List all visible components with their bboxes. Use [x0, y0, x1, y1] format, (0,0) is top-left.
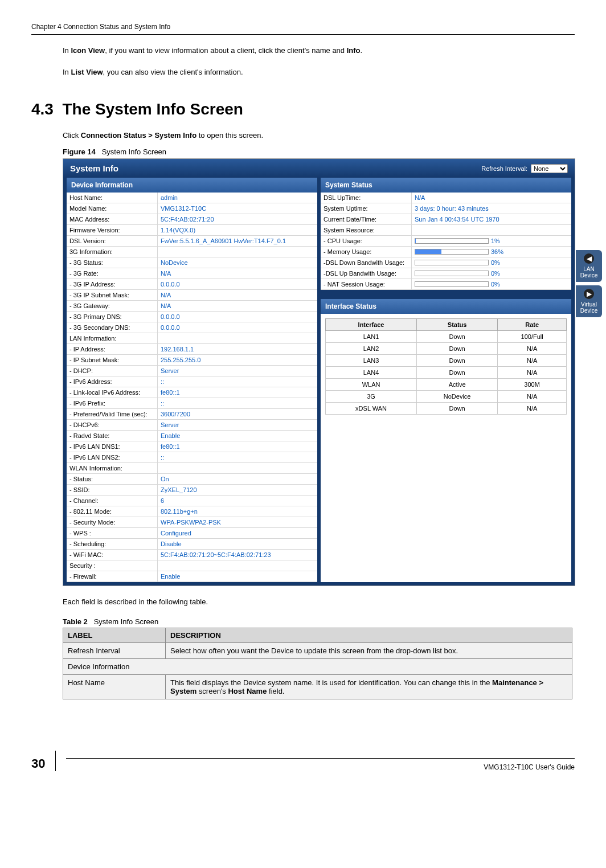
table-cell: N/A	[498, 391, 567, 403]
chevron-left-icon: ◀	[584, 253, 594, 264]
header-rule	[31, 34, 575, 35]
info-label: Firmware Version:	[67, 225, 158, 235]
info-label: - IPv6 Prefix:	[67, 398, 158, 408]
info-label: - Firewall:	[67, 571, 158, 582]
info-row: - 802.11 Mode:802.11b+g+n	[67, 506, 317, 517]
info-row: - 3G IP Subnet Mask:N/A	[67, 290, 317, 301]
info-label: - 3G Rate:	[67, 268, 158, 279]
info-label: - IPv6 LAN DNS2:	[67, 452, 158, 462]
info-row: - IP Address:192.168.1.1	[67, 344, 317, 355]
table-cell: Down	[417, 343, 498, 355]
figure-title: System Info Screen	[102, 148, 166, 156]
window-titlebar: System Info Refresh Interval: None	[63, 159, 575, 178]
col-label: LABEL	[63, 628, 166, 643]
label-cell: Refresh Interval	[63, 643, 166, 659]
info-value: Configured	[158, 528, 317, 538]
paragraph-list-view: In List View, you can also view the clie…	[63, 67, 575, 78]
info-row: System Resource:	[321, 225, 571, 236]
table-cell: 100/Full	[498, 331, 567, 343]
col-description: DESCRIPTION	[166, 628, 572, 643]
table-label: Table 2 System Info Screen	[63, 617, 575, 626]
tab-virtual-device[interactable]: ▶Virtual Device	[576, 285, 602, 317]
info-value: N/A	[158, 290, 317, 300]
info-row: Security :	[67, 560, 317, 571]
panel-gap	[321, 290, 571, 299]
interface-status-header: Interface Status	[321, 299, 571, 314]
info-value: Enable	[158, 431, 317, 441]
tab-label: LAN Device	[580, 266, 598, 279]
iface-col-rate: Rate	[498, 319, 567, 331]
chapter-header: Chapter 4 Connection Status and System I…	[31, 23, 575, 34]
table-cell: Down	[417, 403, 498, 415]
info-value	[158, 333, 317, 343]
tab-label: Virtual Device	[580, 301, 598, 314]
table-row: Device Information	[63, 659, 572, 675]
tab-lan-device[interactable]: ◀LAN Device	[576, 250, 602, 282]
info-label: - IPv6 Address:	[67, 376, 158, 387]
info-value: WPA-PSKWPA2-PSK	[158, 517, 317, 527]
info-label: 3G Information:	[67, 247, 158, 257]
info-label: - WPS :	[67, 528, 158, 538]
table-row: 3GNoDeviceN/A	[326, 391, 567, 403]
usage-pct: 0%	[491, 259, 500, 266]
info-label: - Radvd State:	[67, 431, 158, 441]
usage-pct: 1%	[491, 238, 500, 244]
info-row: LAN Information:	[67, 333, 317, 344]
info-value: VMG1312-T10C	[158, 203, 317, 214]
usage-pct: 0%	[491, 270, 500, 277]
table-cell: LAN2	[326, 343, 417, 355]
info-row: DSL UpTime:N/A	[321, 193, 571, 203]
info-row: - CPU Usage:1%	[321, 236, 571, 247]
info-value: 0%	[412, 268, 571, 279]
info-value: 36%	[412, 247, 571, 257]
info-value: Server	[158, 366, 317, 376]
table-row: Host Name This field displays the Device…	[63, 675, 572, 699]
table-cell: NoDevice	[417, 391, 498, 403]
info-value: 1.14(VQX.0)	[158, 225, 317, 235]
system-status-header: System Status	[321, 178, 571, 193]
info-label: - Link-local IPv6 Address:	[67, 387, 158, 398]
info-row: - NAT Session Usage:0%	[321, 279, 571, 290]
info-value: Server	[158, 420, 317, 430]
info-value	[158, 463, 317, 473]
interface-table: Interface Status Rate LAN1Down100/FullLA…	[325, 318, 567, 415]
info-label: DSL Version:	[67, 236, 158, 246]
info-row: - IPv6 Address:::	[67, 376, 317, 387]
section-number: 4.3	[31, 100, 54, 118]
bold: Info	[347, 46, 361, 55]
table-row: LAN1Down100/Full	[326, 331, 567, 343]
info-label: - 3G Secondary DNS:	[67, 322, 158, 333]
info-label: - SSID:	[67, 485, 158, 495]
info-value: ::	[158, 376, 317, 387]
table-cell: LAN1	[326, 331, 417, 343]
info-value: 802.11b+g+n	[158, 506, 317, 517]
table-cell: N/A	[498, 403, 567, 415]
info-value	[158, 560, 317, 571]
info-row: - Firewall:Enable	[67, 571, 317, 582]
figure-number: Figure 14	[63, 148, 96, 156]
info-row: 3G Information:	[67, 247, 317, 257]
info-row: - 3G Status:NoDevice	[67, 257, 317, 268]
section-title: The System Info Screen	[63, 100, 243, 118]
info-label: System Resource:	[321, 225, 412, 235]
info-row: - IPv6 LAN DNS1:fe80::1	[67, 441, 317, 452]
bold: Connection Status > System Info	[81, 131, 196, 140]
info-value: N/A	[158, 268, 317, 279]
refresh-interval-select[interactable]: None	[531, 164, 568, 173]
side-tabs: ◀LAN Device ▶Virtual Device	[576, 250, 602, 321]
info-row: - IP Subnet Mask:255.255.255.0	[67, 355, 317, 366]
info-label: - 3G IP Address:	[67, 279, 158, 289]
info-value: admin	[158, 193, 317, 203]
info-row: - DHCP:Server	[67, 366, 317, 376]
info-value: NoDevice	[158, 257, 317, 268]
table-cell: Down	[417, 355, 498, 367]
info-label: Security :	[67, 560, 158, 571]
info-label: DSL UpTime:	[321, 193, 412, 203]
info-row: - Radvd State:Enable	[67, 431, 317, 441]
usage-pct: 0%	[491, 281, 500, 288]
info-row: - 3G Gateway:N/A	[67, 301, 317, 312]
info-label: - IP Address:	[67, 344, 158, 354]
info-row: - Security Mode:WPA-PSKWPA2-PSK	[67, 517, 317, 528]
bold: List View	[71, 68, 103, 76]
info-label: - Channel:	[67, 496, 158, 506]
